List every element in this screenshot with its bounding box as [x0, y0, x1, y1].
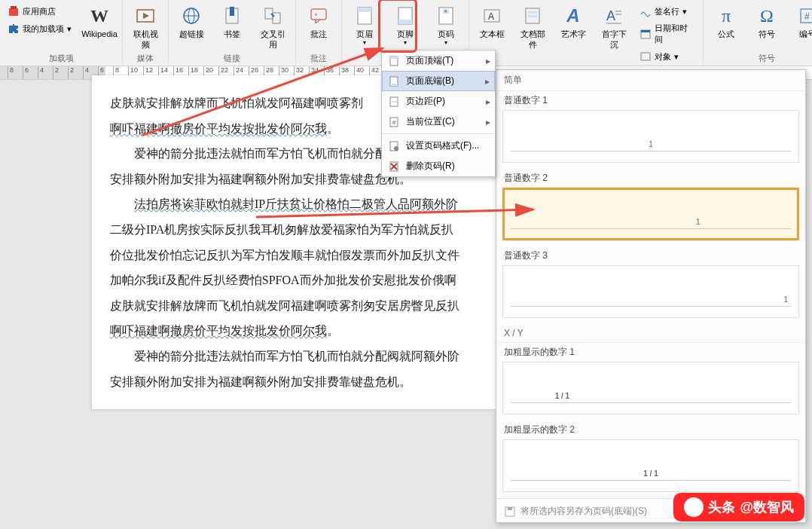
svg-text:A: A [606, 8, 615, 23]
omega-icon: Ω [760, 3, 774, 29]
page-bottom-icon [388, 75, 400, 87]
ribbon-group-addons: 应用商店 我的加载项 ▾ W Wikipedia 加载项 [0, 0, 123, 66]
menu-item-page-top[interactable]: 页面顶端(T) ▸ [382, 50, 495, 71]
chevron-down-icon: ▾ [444, 39, 447, 46]
pagenumber-icon: # [435, 3, 456, 29]
gallery-item-plain2[interactable]: 1 [502, 188, 799, 240]
addon-store-button[interactable]: 应用商店 [3, 3, 78, 20]
textbox-icon: A [481, 3, 502, 29]
menu-separator [382, 133, 495, 134]
gallery-header-xy: X / Y [496, 324, 805, 343]
quickparts-icon [522, 3, 543, 29]
ribbon-group-symbols: π 公式 Ω 符号 # 编号 符号 [704, 0, 812, 66]
svg-rect-31 [641, 53, 650, 60]
header-button[interactable]: 页眉 ▾ [345, 2, 384, 51]
comment-button[interactable]: + 批注 [299, 2, 338, 51]
gallery-item-bold1[interactable]: 1 / 1 [502, 362, 799, 414]
signature-button[interactable]: 签名行▾ [635, 3, 700, 20]
chevron-down-icon: ▾ [67, 24, 72, 34]
svg-rect-16 [398, 20, 412, 24]
page-number-dropdown: 页面顶端(T) ▸ 页面底端(B) ▸ 页边距(P) ▸ # 当前位置(C) ▸… [381, 50, 496, 177]
bookmark-icon [221, 3, 243, 29]
group-label-links: 链接 [172, 51, 292, 66]
quickparts-button[interactable]: 文档部件 [513, 2, 552, 65]
my-addons-button[interactable]: 我的加载项 ▾ [3, 20, 78, 37]
chevron-down-icon: ▾ [363, 39, 366, 46]
wikipedia-icon: W [90, 3, 108, 29]
equation-icon: π [722, 3, 731, 29]
svg-text:#: # [804, 11, 810, 22]
svg-rect-14 [358, 8, 371, 12]
datetime-button[interactable]: 日期和时间 [635, 20, 700, 47]
footer-icon [395, 3, 416, 29]
ribbon-group-links: 超链接 书签 交叉引用 链接 [169, 0, 296, 66]
svg-rect-0 [9, 8, 18, 16]
page-top-icon [388, 55, 400, 67]
submenu-arrow-icon: ▸ [485, 76, 490, 87]
menu-item-page-bottom[interactable]: 页面底端(B) ▸ [382, 71, 495, 91]
online-video-button[interactable]: 联机视频 [126, 2, 165, 51]
svg-rect-1 [11, 6, 17, 9]
video-icon [135, 3, 156, 29]
number-button[interactable]: # 编号 [788, 2, 812, 51]
svg-rect-8 [230, 7, 234, 16]
calendar-icon [640, 28, 652, 40]
menu-item-remove[interactable]: 删除页码(R) [382, 156, 495, 176]
page-number-gallery[interactable]: 简单 普通数字 1 1 普通数字 2 1 普通数字 3 1 X / Y 加粗显示… [496, 69, 806, 523]
wikipedia-button[interactable]: W Wikipedia [80, 2, 119, 51]
gallery-header: 简单 [496, 70, 805, 91]
gallery-item-plain3[interactable]: 1 [502, 265, 799, 318]
chevron-down-icon: ▾ [674, 52, 679, 62]
bookmark-button[interactable]: 书签 [212, 2, 252, 51]
gallery-section-plain2: 普通数字 2 [496, 169, 805, 186]
menu-item-margins[interactable]: 页边距(P) ▸ [382, 91, 495, 112]
symbol-button[interactable]: Ω 符号 [747, 2, 786, 51]
chevron-down-icon: ▾ [682, 7, 687, 17]
group-label-addons: 加载项 [3, 51, 119, 66]
cross-ref-button[interactable]: 交叉引用 [253, 2, 292, 51]
comment-icon: + [308, 3, 329, 29]
gallery-item-plain1[interactable]: 1 [502, 110, 799, 163]
svg-text:A: A [488, 11, 494, 22]
save-icon [504, 506, 516, 518]
margins-icon [388, 96, 400, 108]
gallery-item-bold2[interactable]: 1 / 1 [502, 439, 799, 492]
page-number-button[interactable]: # 页码 ▾ [426, 2, 466, 51]
footer-button[interactable]: 页脚 ▾ [386, 2, 425, 51]
dropcap-button[interactable]: A 首字下沉 [594, 2, 633, 65]
gallery-section-plain1: 普通数字 1 [496, 91, 805, 109]
group-label-comments: 批注 [299, 51, 338, 66]
svg-rect-39 [390, 84, 398, 86]
svg-rect-50 [508, 507, 512, 510]
wordart-button[interactable]: A 艺术字 [554, 2, 593, 65]
ribbon-group-comments: + 批注 批注 [296, 0, 342, 66]
submenu-arrow-icon: ▸ [486, 96, 490, 107]
hyperlink-button[interactable]: 超链接 [172, 2, 211, 51]
svg-point-45 [394, 146, 398, 151]
svg-rect-24 [528, 15, 537, 17]
watermark-badge: 头条 @数智风 [673, 493, 804, 521]
svg-rect-11 [311, 9, 326, 20]
addon-store-label: 应用商店 [23, 6, 56, 17]
wordart-icon: A [566, 3, 579, 29]
menu-item-format[interactable]: 设置页码格式(F)... [382, 136, 495, 156]
menu-item-current[interactable]: # 当前位置(C) ▸ [382, 112, 495, 132]
gallery-section-bold1: 加粗显示的数字 1 [496, 343, 805, 360]
equation-button[interactable]: π 公式 [707, 2, 746, 51]
ribbon-group-media: 联机视频 媒体 [123, 0, 169, 66]
group-label-symbols: 符号 [707, 51, 812, 66]
header-icon [354, 3, 375, 29]
hyperlink-icon [181, 3, 202, 29]
object-button[interactable]: 对象▾ [635, 48, 700, 65]
svg-rect-30 [641, 30, 650, 32]
group-label-media: 媒体 [126, 51, 165, 66]
dropcap-icon: A [603, 3, 624, 29]
submenu-arrow-icon: ▸ [486, 117, 490, 127]
my-addons-label: 我的加载项 [23, 23, 64, 35]
current-pos-icon: # [388, 116, 400, 128]
gallery-section-plain3: 普通数字 3 [496, 246, 805, 264]
store-icon [8, 5, 20, 17]
svg-text:#: # [392, 119, 396, 126]
crossref-icon [262, 3, 283, 29]
svg-rect-10 [273, 13, 280, 23]
